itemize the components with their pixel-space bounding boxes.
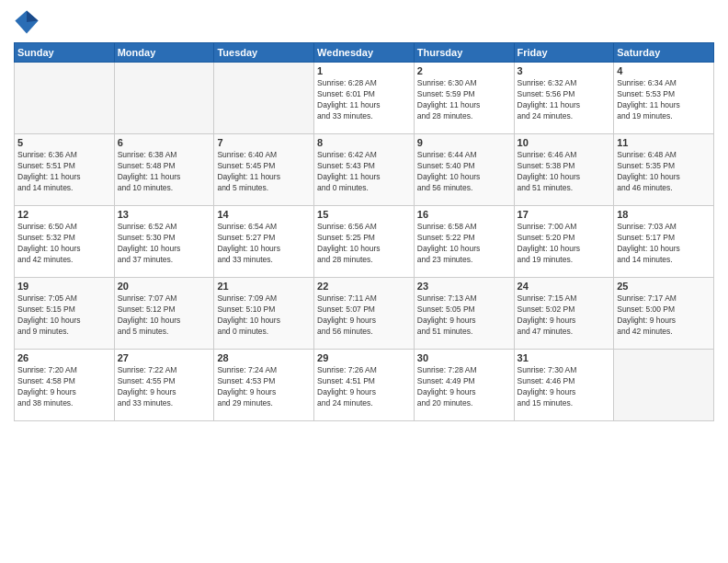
weekday-friday: Friday xyxy=(514,43,614,63)
day-number: 29 xyxy=(317,352,411,363)
day-number: 12 xyxy=(17,209,111,220)
calendar-week-1: 1Sunrise: 6:28 AM Sunset: 6:01 PM Daylig… xyxy=(15,63,714,134)
day-info: Sunrise: 7:15 AM Sunset: 5:02 PM Dayligh… xyxy=(518,293,611,338)
day-number: 21 xyxy=(217,281,311,292)
calendar-day: 21Sunrise: 7:09 AM Sunset: 5:10 PM Dayli… xyxy=(214,278,314,350)
calendar-week-4: 19Sunrise: 7:05 AM Sunset: 5:15 PM Dayli… xyxy=(15,278,714,350)
day-number: 15 xyxy=(317,209,411,220)
day-info: Sunrise: 6:30 AM Sunset: 5:59 PM Dayligh… xyxy=(417,78,511,122)
day-info: Sunrise: 6:52 AM Sunset: 5:30 PM Dayligh… xyxy=(118,222,211,266)
day-info: Sunrise: 7:26 AM Sunset: 4:51 PM Dayligh… xyxy=(317,365,411,409)
calendar-day: 10Sunrise: 6:46 AM Sunset: 5:38 PM Dayli… xyxy=(514,134,614,206)
day-number: 25 xyxy=(617,281,711,292)
calendar-day: 7Sunrise: 6:40 AM Sunset: 5:45 PM Daylig… xyxy=(214,134,314,206)
day-info: Sunrise: 6:48 AM Sunset: 5:35 PM Dayligh… xyxy=(617,150,711,194)
day-number: 17 xyxy=(518,209,611,220)
day-number: 6 xyxy=(118,137,211,148)
day-info: Sunrise: 6:28 AM Sunset: 6:01 PM Dayligh… xyxy=(317,78,411,122)
day-number: 20 xyxy=(118,281,211,292)
weekday-header-row: SundayMondayTuesdayWednesdayThursdayFrid… xyxy=(15,43,714,63)
calendar-day xyxy=(114,63,214,134)
day-info: Sunrise: 6:58 AM Sunset: 5:22 PM Dayligh… xyxy=(417,222,511,266)
calendar-day: 16Sunrise: 6:58 AM Sunset: 5:22 PM Dayli… xyxy=(414,206,514,278)
day-info: Sunrise: 6:54 AM Sunset: 5:27 PM Dayligh… xyxy=(217,222,311,266)
day-number: 16 xyxy=(417,209,511,220)
day-info: Sunrise: 6:50 AM Sunset: 5:32 PM Dayligh… xyxy=(17,222,111,266)
calendar-day xyxy=(614,350,714,421)
day-number: 3 xyxy=(518,65,611,76)
calendar-day: 28Sunrise: 7:24 AM Sunset: 4:53 PM Dayli… xyxy=(214,350,314,421)
calendar-day: 9Sunrise: 6:44 AM Sunset: 5:40 PM Daylig… xyxy=(414,134,514,206)
day-info: Sunrise: 7:17 AM Sunset: 5:00 PM Dayligh… xyxy=(617,293,711,338)
svg-marker-1 xyxy=(27,10,39,22)
day-number: 8 xyxy=(317,137,411,148)
day-number: 28 xyxy=(217,352,311,363)
day-number: 14 xyxy=(217,209,311,220)
day-number: 5 xyxy=(17,137,111,148)
day-info: Sunrise: 7:28 AM Sunset: 4:49 PM Dayligh… xyxy=(417,365,511,409)
weekday-monday: Monday xyxy=(114,43,214,63)
day-number: 23 xyxy=(417,281,511,292)
day-number: 30 xyxy=(417,352,511,363)
day-number: 4 xyxy=(617,65,711,76)
calendar-day: 4Sunrise: 6:34 AM Sunset: 5:53 PM Daylig… xyxy=(614,63,714,134)
day-info: Sunrise: 7:00 AM Sunset: 5:20 PM Dayligh… xyxy=(518,222,611,266)
calendar-week-3: 12Sunrise: 6:50 AM Sunset: 5:32 PM Dayli… xyxy=(15,206,714,278)
weekday-tuesday: Tuesday xyxy=(214,43,314,63)
day-number: 10 xyxy=(518,137,611,148)
day-number: 22 xyxy=(317,281,411,292)
day-number: 9 xyxy=(417,137,511,148)
day-number: 7 xyxy=(217,137,311,148)
calendar-day: 18Sunrise: 7:03 AM Sunset: 5:17 PM Dayli… xyxy=(614,206,714,278)
day-number: 18 xyxy=(617,209,711,220)
day-number: 31 xyxy=(518,352,611,363)
calendar-page: SundayMondayTuesdayWednesdayThursdayFrid… xyxy=(0,0,728,563)
day-number: 2 xyxy=(417,65,511,76)
calendar-day: 17Sunrise: 7:00 AM Sunset: 5:20 PM Dayli… xyxy=(514,206,614,278)
calendar-day: 26Sunrise: 7:20 AM Sunset: 4:58 PM Dayli… xyxy=(15,350,115,421)
calendar-day: 2Sunrise: 6:30 AM Sunset: 5:59 PM Daylig… xyxy=(414,63,514,134)
day-info: Sunrise: 6:44 AM Sunset: 5:40 PM Dayligh… xyxy=(417,150,511,194)
day-number: 27 xyxy=(118,352,211,363)
day-info: Sunrise: 7:03 AM Sunset: 5:17 PM Dayligh… xyxy=(617,222,711,266)
calendar-day: 8Sunrise: 6:42 AM Sunset: 5:43 PM Daylig… xyxy=(314,134,415,206)
day-info: Sunrise: 6:46 AM Sunset: 5:38 PM Dayligh… xyxy=(518,150,611,194)
calendar-day: 23Sunrise: 7:13 AM Sunset: 5:05 PM Dayli… xyxy=(414,278,514,350)
calendar-day: 11Sunrise: 6:48 AM Sunset: 5:35 PM Dayli… xyxy=(614,134,714,206)
weekday-wednesday: Wednesday xyxy=(314,43,415,63)
day-number: 13 xyxy=(118,209,211,220)
calendar-day: 13Sunrise: 6:52 AM Sunset: 5:30 PM Dayli… xyxy=(114,206,214,278)
day-info: Sunrise: 7:05 AM Sunset: 5:15 PM Dayligh… xyxy=(17,293,111,338)
day-info: Sunrise: 7:09 AM Sunset: 5:10 PM Dayligh… xyxy=(217,293,311,338)
calendar-table: SundayMondayTuesdayWednesdayThursdayFrid… xyxy=(14,42,714,421)
calendar-day: 12Sunrise: 6:50 AM Sunset: 5:32 PM Dayli… xyxy=(15,206,115,278)
day-info: Sunrise: 6:40 AM Sunset: 5:45 PM Dayligh… xyxy=(217,150,311,194)
calendar-day: 6Sunrise: 6:38 AM Sunset: 5:48 PM Daylig… xyxy=(114,134,214,206)
day-info: Sunrise: 6:38 AM Sunset: 5:48 PM Dayligh… xyxy=(118,150,211,194)
calendar-day: 22Sunrise: 7:11 AM Sunset: 5:07 PM Dayli… xyxy=(314,278,415,350)
weekday-saturday: Saturday xyxy=(614,43,714,63)
calendar-day: 20Sunrise: 7:07 AM Sunset: 5:12 PM Dayli… xyxy=(114,278,214,350)
calendar-day: 30Sunrise: 7:28 AM Sunset: 4:49 PM Dayli… xyxy=(414,350,514,421)
day-number: 1 xyxy=(317,65,411,76)
weekday-thursday: Thursday xyxy=(414,43,514,63)
calendar-day: 31Sunrise: 7:30 AM Sunset: 4:46 PM Dayli… xyxy=(514,350,614,421)
day-info: Sunrise: 6:42 AM Sunset: 5:43 PM Dayligh… xyxy=(317,150,411,194)
day-number: 11 xyxy=(617,137,711,148)
day-info: Sunrise: 7:30 AM Sunset: 4:46 PM Dayligh… xyxy=(518,365,611,409)
day-info: Sunrise: 7:11 AM Sunset: 5:07 PM Dayligh… xyxy=(317,293,411,338)
calendar-day: 1Sunrise: 6:28 AM Sunset: 6:01 PM Daylig… xyxy=(314,63,415,134)
logo xyxy=(14,9,43,35)
logo-icon xyxy=(14,9,40,35)
day-info: Sunrise: 6:56 AM Sunset: 5:25 PM Dayligh… xyxy=(317,222,411,266)
calendar-day: 27Sunrise: 7:22 AM Sunset: 4:55 PM Dayli… xyxy=(114,350,214,421)
day-info: Sunrise: 7:20 AM Sunset: 4:58 PM Dayligh… xyxy=(17,365,111,409)
day-info: Sunrise: 6:34 AM Sunset: 5:53 PM Dayligh… xyxy=(617,78,711,122)
calendar-day xyxy=(214,63,314,134)
header xyxy=(14,9,714,35)
day-info: Sunrise: 7:07 AM Sunset: 5:12 PM Dayligh… xyxy=(118,293,211,338)
day-number: 19 xyxy=(17,281,111,292)
day-info: Sunrise: 7:13 AM Sunset: 5:05 PM Dayligh… xyxy=(417,293,511,338)
calendar-day: 24Sunrise: 7:15 AM Sunset: 5:02 PM Dayli… xyxy=(514,278,614,350)
calendar-day xyxy=(15,63,115,134)
